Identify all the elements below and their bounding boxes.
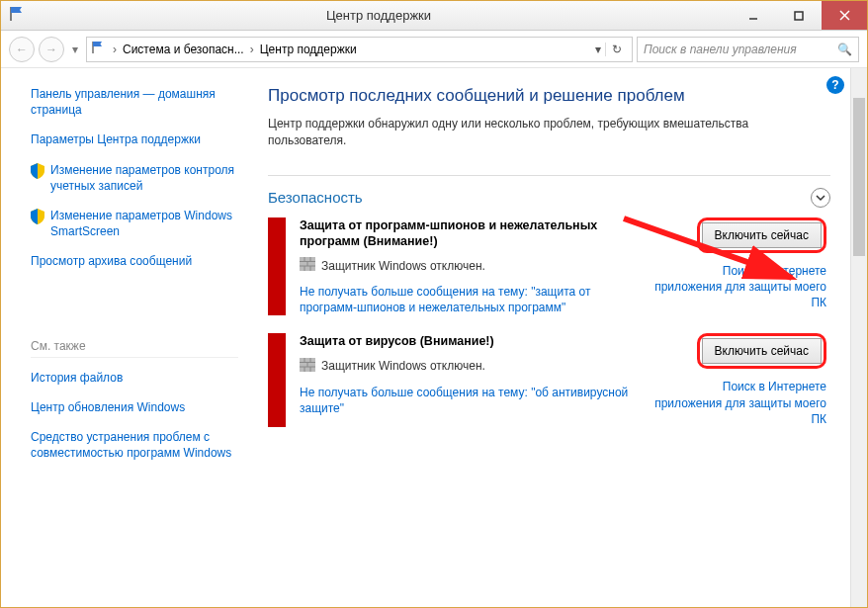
page-title: Просмотр последних сообщений и решение п… [268, 86, 830, 106]
history-dropdown-icon[interactable]: ▾ [68, 43, 82, 56]
back-button[interactable]: ← [9, 37, 35, 62]
alert-card: Защита от программ-шпионов и нежелательн… [268, 217, 830, 316]
sidebar: Панель управления — домашняя страница Па… [1, 68, 248, 607]
wall-icon [300, 358, 315, 375]
main-content: ? Просмотр последних сообщений и решение… [248, 68, 850, 607]
sidebar-link-uac[interactable]: Изменение параметров контроля учетных за… [31, 162, 238, 194]
minimize-button[interactable] [731, 1, 776, 30]
alert-title: Защита от программ-шпионов и нежелательн… [300, 217, 642, 250]
address-bar[interactable]: › Система и безопасн... › Центр поддержк… [86, 37, 633, 62]
breadcrumb-item[interactable]: Система и безопасн... [123, 43, 244, 56]
window-buttons [731, 1, 867, 30]
sidebar-link-settings[interactable]: Параметры Центра поддержки [31, 131, 238, 147]
window-title: Центр поддержки [27, 8, 731, 23]
sidebar-seealso-compat[interactable]: Средство устранения проблем с совместимо… [31, 429, 238, 461]
alert-title: Защита от вирусов (Внимание!) [300, 333, 642, 349]
severity-bar [268, 217, 286, 316]
alert-status: Защитник Windows отключен. [300, 257, 642, 274]
see-also-label: См. также [31, 339, 238, 358]
sidebar-seealso-update[interactable]: Центр обновления Windows [31, 399, 238, 415]
enable-now-button[interactable]: Включить сейчас [702, 338, 822, 364]
svg-rect-1 [795, 12, 803, 20]
shield-icon [31, 163, 44, 183]
flag-icon [9, 6, 27, 25]
maximize-button[interactable] [776, 1, 822, 30]
chevron-right-icon: › [111, 43, 119, 56]
section-label: Безопасность [268, 189, 811, 206]
dismiss-link[interactable]: Не получать больше сообщения на тему: "о… [300, 385, 642, 416]
dropdown-icon[interactable]: ▾ [595, 43, 601, 56]
scrollbar[interactable] [850, 68, 867, 607]
alert-status: Защитник Windows отключен. [300, 358, 642, 375]
sidebar-link-smartscreen[interactable]: Изменение параметров Windows SmartScreen [31, 208, 238, 239]
enable-now-button[interactable]: Включить сейчас [702, 222, 822, 248]
help-icon[interactable]: ? [826, 76, 844, 94]
sidebar-link-home[interactable]: Панель управления — домашняя страница [31, 86, 238, 118]
sidebar-link-archive[interactable]: Просмотр архива сообщений [31, 253, 238, 269]
toolbar: ← → ▾ › Система и безопасн... › Центр по… [1, 31, 867, 68]
search-online-link[interactable]: Поиск в Интернете приложения для защиты … [653, 379, 826, 427]
flag-icon [91, 41, 107, 57]
forward-button[interactable]: → [39, 37, 64, 62]
breadcrumb-item[interactable]: Центр поддержки [260, 43, 357, 56]
search-input[interactable]: Поиск в панели управления 🔍 [637, 37, 859, 62]
annotation-highlight: Включить сейчас [697, 333, 826, 369]
titlebar: Центр поддержки [1, 1, 867, 31]
severity-bar [268, 333, 286, 427]
alert-card: Защита от вирусов (Внимание!) Защитник W… [268, 333, 830, 427]
annotation-highlight: Включить сейчас [697, 217, 826, 253]
scrollbar-thumb[interactable] [853, 98, 865, 256]
shield-icon [31, 209, 44, 228]
dismiss-link[interactable]: Не получать больше сообщения на тему: "з… [300, 284, 642, 315]
refresh-icon[interactable]: ↻ [605, 43, 628, 56]
page-subtext: Центр поддержки обнаружил одну или неско… [268, 116, 762, 149]
chevron-down-icon[interactable] [811, 188, 830, 208]
close-button[interactable] [822, 1, 867, 30]
search-online-link[interactable]: Поиск в Интернете приложения для защиты … [653, 263, 826, 311]
wall-icon [300, 257, 315, 274]
section-header[interactable]: Безопасность [268, 175, 830, 208]
search-icon: 🔍 [837, 43, 852, 56]
chevron-right-icon: › [248, 43, 256, 56]
sidebar-seealso-history[interactable]: История файлов [31, 370, 238, 386]
search-placeholder: Поиск в панели управления [644, 43, 837, 56]
